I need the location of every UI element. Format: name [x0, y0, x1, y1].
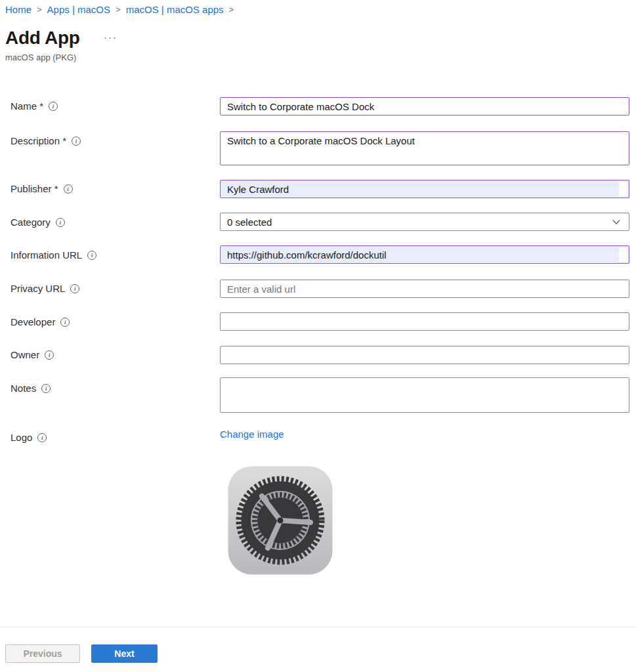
- description-textarea[interactable]: Switch to a Corporate macOS Dock Layout: [220, 131, 629, 165]
- info-icon[interactable]: i: [70, 284, 79, 293]
- owner-label: Owner i: [11, 349, 54, 360]
- owner-input[interactable]: [220, 346, 629, 364]
- information-url-field-wrap: [220, 245, 629, 264]
- add-app-page: Home > Apps | macOS > macOS | macOS apps…: [0, 0, 636, 672]
- category-dropdown[interactable]: 0 selected: [220, 213, 629, 231]
- info-icon[interactable]: i: [49, 102, 58, 111]
- developer-label: Developer i: [11, 316, 70, 327]
- breadcrumb-separator: >: [228, 5, 235, 14]
- information-url-input[interactable]: [220, 245, 629, 264]
- change-image-link[interactable]: Change image: [220, 429, 284, 440]
- notes-field-wrap: [220, 377, 629, 415]
- information-url-label: Information URL i: [11, 249, 96, 261]
- info-icon[interactable]: i: [72, 136, 81, 146]
- privacy-url-label: Privacy URL i: [11, 283, 79, 294]
- category-selected-value: 0 selected: [227, 217, 272, 228]
- previous-button[interactable]: Previous: [5, 644, 80, 663]
- description-field-wrap: Switch to a Corporate macOS Dock Layout: [220, 131, 629, 167]
- category-label: Category i: [11, 217, 65, 228]
- privacy-url-input[interactable]: [220, 280, 629, 298]
- publisher-field-wrap: [220, 180, 629, 198]
- next-button[interactable]: Next: [91, 644, 158, 663]
- name-input[interactable]: [220, 97, 629, 116]
- info-icon[interactable]: i: [56, 218, 65, 227]
- footer-divider: [0, 627, 636, 627]
- developer-field-wrap: [220, 312, 629, 331]
- more-options-icon[interactable]: ···: [104, 32, 117, 43]
- description-label: Description * i: [11, 135, 81, 146]
- info-icon[interactable]: i: [87, 251, 96, 260]
- name-label: Name * i: [11, 100, 58, 112]
- info-icon[interactable]: i: [37, 433, 47, 442]
- macos-settings-gear-icon: [228, 466, 333, 575]
- breadcrumb: Home > Apps | macOS > macOS | macOS apps…: [5, 4, 234, 15]
- logo-label: Logo i: [11, 432, 47, 443]
- breadcrumb-macos-apps[interactable]: macOS | macOS apps: [126, 4, 224, 15]
- info-icon[interactable]: i: [45, 350, 54, 360]
- chevron-down-icon: [612, 217, 621, 226]
- page-subtitle: macOS app (PKG): [5, 52, 76, 62]
- breadcrumb-separator: >: [115, 5, 121, 14]
- info-icon[interactable]: i: [64, 184, 73, 194]
- owner-field-wrap: [220, 346, 629, 364]
- notes-textarea[interactable]: [220, 377, 629, 413]
- info-icon[interactable]: i: [60, 318, 70, 327]
- publisher-label: Publisher * i: [11, 183, 73, 194]
- name-field-wrap: [220, 97, 629, 116]
- privacy-url-field-wrap: [220, 280, 629, 298]
- publisher-input[interactable]: [220, 180, 629, 198]
- app-logo-image: [228, 466, 333, 575]
- breadcrumb-separator: >: [36, 5, 43, 14]
- page-title: Add App: [5, 28, 80, 49]
- notes-label: Notes i: [11, 383, 51, 394]
- breadcrumb-apps-macos[interactable]: Apps | macOS: [47, 4, 110, 15]
- breadcrumb-home[interactable]: Home: [5, 4, 32, 15]
- developer-input[interactable]: [220, 312, 629, 331]
- info-icon[interactable]: i: [41, 384, 51, 393]
- category-field-wrap: 0 selected: [220, 213, 629, 231]
